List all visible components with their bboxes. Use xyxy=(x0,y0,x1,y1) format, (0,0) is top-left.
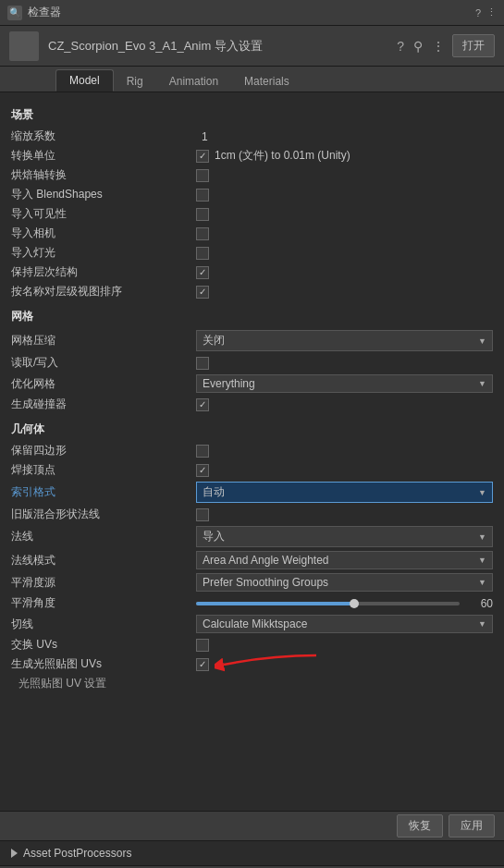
val-scale-factor: 1 xyxy=(202,130,208,143)
checkbox-keep-quads[interactable] xyxy=(196,445,209,458)
label-weld-vertices: 焊接顶点 xyxy=(11,462,196,478)
row-sort-by-name: 按名称对层级视图排序 xyxy=(11,282,493,301)
label-mesh-compression: 网格压缩 xyxy=(11,333,196,348)
tab-rig[interactable]: Rig xyxy=(114,71,156,92)
val-convert-units: 1cm (文件) to 0.01m (Unity) xyxy=(215,148,350,164)
triangle-icon xyxy=(11,849,18,858)
section-scene: 场景 xyxy=(11,107,493,123)
checkbox-swap-uvs[interactable] xyxy=(196,639,209,652)
label-bake-pivot: 烘焙轴转换 xyxy=(11,167,196,183)
menu-icon[interactable]: ⋮ xyxy=(486,6,497,18)
slider-smoothing-angle[interactable]: 60 xyxy=(196,597,493,610)
row-import-lights: 导入灯光 xyxy=(11,243,493,263)
row-keep-quads: 保留四边形 xyxy=(11,441,493,460)
label-index-format: 索引格式 xyxy=(11,484,196,500)
lock-button[interactable]: ⚲ xyxy=(412,37,424,55)
row-bake-pivot: 烘焙轴转换 xyxy=(11,165,493,185)
dropdown-smoothness-source[interactable]: Prefer Smoothing Groups ▼ xyxy=(196,573,493,592)
label-tangents: 切线 xyxy=(11,617,196,632)
checkbox-generate-colliders[interactable] xyxy=(196,398,209,411)
bottom-bar: 恢复 应用 xyxy=(0,811,504,840)
chevron-down-icon: ▼ xyxy=(478,556,486,565)
row-index-format: 索引格式 自动 ▼ xyxy=(11,480,493,505)
label-read-write: 读取/写入 xyxy=(11,355,196,371)
row-tangents: 切线 Calculate Mikktspace ▼ xyxy=(11,613,493,635)
dropdown-optimize-mesh[interactable]: Everything ▼ xyxy=(196,374,493,393)
context-menu-button[interactable]: ⋮ xyxy=(430,37,447,55)
main-content: 场景 缩放系数 1 转换单位 1cm (文件) to 0.01m (Unity)… xyxy=(0,92,504,811)
row-import-visibility: 导入可见性 xyxy=(11,204,493,224)
label-lightmap-uv-settings: 光照贴图 UV 设置 xyxy=(11,676,196,691)
row-import-blendshapes: 导入 BlendShapes xyxy=(11,185,493,204)
dropdown-mesh-compression[interactable]: 关闭 ▼ xyxy=(196,330,493,351)
asset-thumbnail xyxy=(9,31,39,61)
dropdown-tangents[interactable]: Calculate Mikktspace ▼ xyxy=(196,615,493,633)
help-icon[interactable]: ? xyxy=(475,7,481,18)
label-preserve-hierarchy: 保持层次结构 xyxy=(11,264,196,280)
title-bar-actions: ? ⋮ xyxy=(475,6,497,18)
row-generate-lightmap-uvs: 生成光照贴图 UVs xyxy=(11,654,493,674)
dropdown-index-format[interactable]: 自动 ▼ xyxy=(196,482,493,503)
label-keep-quads: 保留四边形 xyxy=(11,443,196,458)
asset-header: CZ_Scorpion_Evo 3_A1_Anim 导入设置 ? ⚲ ⋮ 打开 xyxy=(0,26,504,67)
label-convert-units: 转换单位 xyxy=(11,148,196,164)
label-normals-mode: 法线模式 xyxy=(11,553,196,568)
tab-animation[interactable]: Animation xyxy=(156,71,231,92)
tabs-bar: Model Rig Animation Materials xyxy=(0,67,504,92)
label-optimize-mesh: 优化网格 xyxy=(11,376,196,392)
label-scale-factor: 缩放系数 xyxy=(11,128,196,144)
label-smoothness-source: 平滑度源 xyxy=(11,575,196,591)
title-bar-text: 检查器 xyxy=(28,5,61,20)
row-smoothness-source: 平滑度源 Prefer Smoothing Groups ▼ xyxy=(11,571,493,593)
section-geometry: 几何体 xyxy=(11,422,493,437)
checkbox-import-visibility[interactable] xyxy=(196,208,209,221)
chevron-down-icon: ▼ xyxy=(478,532,486,542)
revert-button[interactable]: 恢复 xyxy=(397,814,443,837)
checkbox-import-lights[interactable] xyxy=(196,247,209,260)
section-mesh: 网格 xyxy=(11,309,493,324)
app-icon: 🔍 xyxy=(7,6,22,20)
chevron-down-icon: ▼ xyxy=(478,488,486,497)
red-arrow-annotation xyxy=(215,651,326,679)
chevron-down-icon: ▼ xyxy=(478,619,486,629)
row-normals: 法线 导入 ▼ xyxy=(11,524,493,549)
row-scale-factor: 缩放系数 1 xyxy=(11,127,493,146)
chevron-down-icon: ▼ xyxy=(478,578,486,587)
row-smoothing-angle: 平滑角度 60 xyxy=(11,593,493,613)
asset-header-right: ? ⚲ ⋮ 打开 xyxy=(395,34,495,57)
checkbox-legacy-blend-shape-normals[interactable] xyxy=(196,508,209,521)
label-import-cameras: 导入相机 xyxy=(11,226,196,241)
checkbox-import-blendshapes[interactable] xyxy=(196,189,209,202)
chevron-down-icon: ▼ xyxy=(478,379,486,388)
post-processors-header[interactable]: Asset PostProcessors xyxy=(11,847,493,860)
tab-materials[interactable]: Materials xyxy=(231,71,302,92)
checkbox-preserve-hierarchy[interactable] xyxy=(196,266,209,279)
checkbox-read-write[interactable] xyxy=(196,357,209,370)
tab-model[interactable]: Model xyxy=(55,69,114,92)
row-normals-mode: 法线模式 Area And Angle Weighted ▼ xyxy=(11,549,493,571)
val-smoothing-angle: 60 xyxy=(465,597,493,610)
checkbox-bake-pivot[interactable] xyxy=(196,169,209,182)
checkbox-weld-vertices[interactable] xyxy=(196,464,209,477)
label-import-visibility: 导入可见性 xyxy=(11,206,196,222)
help-button[interactable]: ? xyxy=(395,37,406,55)
dropdown-normals[interactable]: 导入 ▼ xyxy=(196,526,493,547)
label-generate-lightmap-uvs: 生成光照贴图 UVs xyxy=(11,656,196,672)
post-processors-section: Asset PostProcessors xyxy=(0,840,504,865)
dropdown-normals-mode[interactable]: Area And Angle Weighted ▼ xyxy=(196,551,493,569)
label-import-blendshapes: 导入 BlendShapes xyxy=(11,187,196,202)
title-bar: 🔍 检查器 ? ⋮ xyxy=(0,0,504,26)
label-sort-by-name: 按名称对层级视图排序 xyxy=(11,284,196,300)
label-swap-uvs: 交换 UVs xyxy=(11,637,196,653)
label-import-lights: 导入灯光 xyxy=(11,245,196,261)
row-weld-vertices: 焊接顶点 xyxy=(11,460,493,480)
asset-name: CZ_Scorpion_Evo 3_A1_Anim 导入设置 xyxy=(48,38,395,55)
apply-button[interactable]: 应用 xyxy=(449,814,495,837)
checkbox-import-cameras[interactable] xyxy=(196,227,209,240)
checkbox-convert-units[interactable] xyxy=(196,150,209,163)
checkbox-generate-lightmap-uvs[interactable] xyxy=(196,658,209,671)
checkbox-sort-by-name[interactable] xyxy=(196,286,209,299)
open-button[interactable]: 打开 xyxy=(452,34,495,57)
chevron-down-icon: ▼ xyxy=(478,336,486,346)
label-legacy-blend-shape-normals: 旧版混合形状法线 xyxy=(11,507,196,522)
